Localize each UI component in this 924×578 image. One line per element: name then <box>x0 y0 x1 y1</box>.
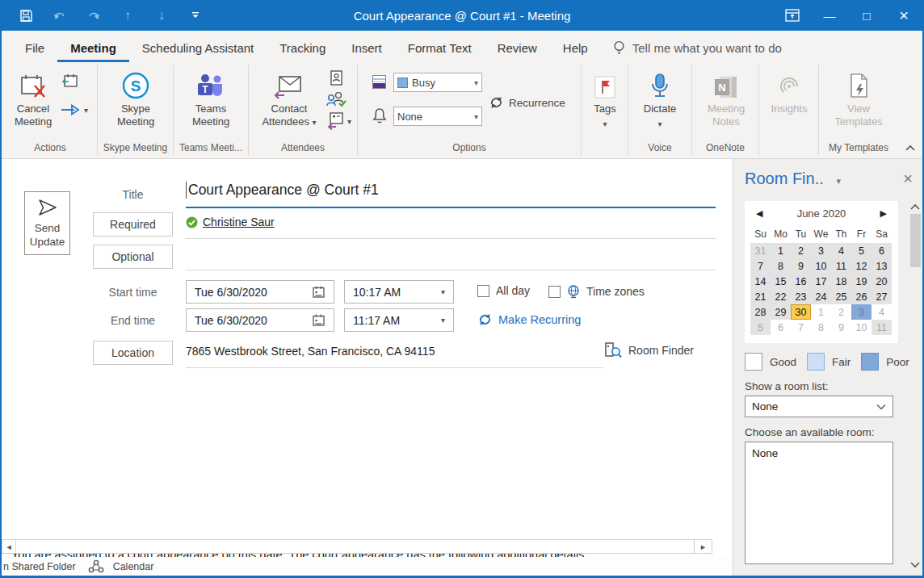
calendar-day[interactable]: 17 <box>811 274 831 289</box>
end-time-dropdown-icon[interactable]: ▾ <box>441 316 445 325</box>
calendar-day[interactable]: 19 <box>851 274 872 289</box>
scroll-right-button[interactable]: ▸ <box>694 539 712 554</box>
calendar-day[interactable]: 18 <box>831 274 851 289</box>
end-date-calendar-icon[interactable] <box>312 313 326 327</box>
tags-button[interactable]: Tags ▾ <box>587 71 623 131</box>
room-finder-button[interactable]: Room Finder <box>604 341 694 359</box>
prev-month-icon[interactable]: ◀ <box>756 208 762 219</box>
move-up-icon[interactable]: ↑ <box>120 7 136 23</box>
calendar-day-selected[interactable]: 30 <box>791 304 811 320</box>
end-time-picker[interactable]: 11:17 AM ▾ <box>344 308 454 332</box>
calendar-day[interactable]: 8 <box>811 320 831 335</box>
tab-scheduling-assistant[interactable]: Scheduling Assistant <box>129 33 267 62</box>
panel-scroll-up-icon[interactable] <box>909 203 921 211</box>
required-button[interactable]: Required <box>93 212 173 237</box>
calendar-day[interactable]: 25 <box>831 289 851 304</box>
calendar-day[interactable]: 23 <box>791 289 811 304</box>
skype-meeting-button[interactable]: S Skype Meeting <box>109 71 162 128</box>
tab-format-text[interactable]: Format Text <box>395 33 485 62</box>
panel-scroll-down-icon[interactable] <box>909 561 921 569</box>
save-icon[interactable] <box>18 7 34 23</box>
available-rooms-list[interactable]: None <box>745 442 893 564</box>
all-day-checkbox[interactable] <box>477 285 489 297</box>
calendar-day[interactable]: 3 <box>851 304 872 320</box>
calendar-day[interactable]: 11 <box>872 320 892 335</box>
time-zones-checkbox[interactable] <box>548 286 561 298</box>
insights-button[interactable]: Insights <box>767 71 811 115</box>
next-month-icon[interactable]: ▶ <box>880 208 887 219</box>
move-down-icon[interactable]: ↓ <box>153 7 170 23</box>
room-finder-dropdown-icon[interactable]: ▾ <box>836 176 841 186</box>
tab-file[interactable]: File <box>12 33 57 62</box>
title-input[interactable]: Court Appearance @ Court #1 <box>186 182 379 199</box>
room-list-select[interactable]: None <box>745 396 893 417</box>
required-attendee[interactable]: Christine Saur <box>186 216 275 228</box>
request-responses-button[interactable] <box>326 90 347 108</box>
undo-icon[interactable] <box>52 7 68 23</box>
calendar-day[interactable]: 6 <box>771 320 791 335</box>
tab-help[interactable]: Help <box>550 33 601 62</box>
calendar-day[interactable]: 29 <box>771 304 791 320</box>
optional-button[interactable]: Optional <box>93 245 173 269</box>
calendar-day[interactable]: 22 <box>771 289 791 304</box>
recurrence-button[interactable]: Recurrence <box>489 95 565 110</box>
attendee-name[interactable]: Christine Saur <box>203 216 275 228</box>
view-templates-button[interactable]: View Templates <box>830 71 887 128</box>
start-date-calendar-icon[interactable] <box>312 285 326 299</box>
calendar-day[interactable]: 13 <box>872 258 892 274</box>
meeting-notes-button[interactable]: N Meeting Notes <box>699 71 753 128</box>
start-time-picker[interactable]: 10:17 AM ▾ <box>344 280 454 304</box>
close-button[interactable]: × <box>885 0 922 31</box>
calendar-day[interactable]: 2 <box>791 243 811 258</box>
calendar-day[interactable]: 6 <box>872 243 892 258</box>
calendar-day[interactable]: 12 <box>851 258 872 274</box>
send-update-button[interactable]: Send Update <box>24 191 70 255</box>
reminder-combo[interactable]: None ▾ <box>393 107 482 126</box>
tab-tracking[interactable]: Tracking <box>267 33 338 62</box>
tab-review[interactable]: Review <box>485 33 550 62</box>
location-input[interactable]: 7865 Westbrook Street, San Francisco, CA… <box>186 345 435 358</box>
forward-button[interactable]: ▾ <box>60 103 88 116</box>
calendar-day[interactable]: 31 <box>750 243 771 258</box>
calendar-day[interactable]: 3 <box>811 243 831 258</box>
calendar-day[interactable]: 26 <box>851 289 872 304</box>
forward-calendar-button[interactable] <box>61 73 79 89</box>
make-recurring-button[interactable]: Make Recurring <box>477 312 581 327</box>
calendar-day[interactable]: 7 <box>750 258 771 274</box>
calendar-day[interactable]: 1 <box>771 243 791 258</box>
dictate-button[interactable]: Dictate ▾ <box>640 71 680 131</box>
location-button[interactable]: Location <box>93 341 173 365</box>
panel-scroll-thumb[interactable] <box>910 214 921 267</box>
calendar-day[interactable]: 9 <box>831 320 851 335</box>
calendar-day[interactable]: 8 <box>771 258 791 274</box>
calendar-day[interactable]: 4 <box>831 243 851 258</box>
calendar-day[interactable]: 14 <box>750 274 771 289</box>
tab-meeting[interactable]: Meeting <box>57 33 129 62</box>
address-book-button[interactable] <box>328 69 344 87</box>
customize-quick-access-icon[interactable] <box>187 7 204 23</box>
scroll-left-icon[interactable]: ◂ <box>2 540 16 553</box>
calendar-day[interactable]: 9 <box>791 258 811 274</box>
show-as-combo[interactable]: Busy ▾ <box>393 73 482 92</box>
calendar-day[interactable]: 20 <box>872 274 892 289</box>
response-options-button[interactable]: ▾ <box>326 111 351 131</box>
horizontal-scrollbar[interactable]: ◂ <box>2 539 712 554</box>
calendar-day[interactable]: 21 <box>750 289 771 304</box>
calendar-day[interactable]: 5 <box>750 320 771 335</box>
teams-meeting-button[interactable]: T Teams Meeting <box>184 71 237 128</box>
room-finder-close-icon[interactable]: × <box>903 170 913 188</box>
start-date-picker[interactable]: Tue 6/30/2020 <box>186 280 334 304</box>
calendar-day[interactable]: 5 <box>851 243 872 258</box>
panel-scrollbar[interactable] <box>909 201 922 571</box>
calendar-day[interactable]: 15 <box>771 274 791 289</box>
calendar-day[interactable]: 4 <box>872 304 892 320</box>
calendar-day[interactable]: 27 <box>872 289 892 304</box>
calendar-day[interactable]: 10 <box>851 320 872 335</box>
calendar-day[interactable]: 7 <box>791 320 811 335</box>
end-date-picker[interactable]: Tue 6/30/2020 <box>186 308 334 332</box>
tab-insert[interactable]: Insert <box>338 33 395 62</box>
ribbon-display-options-icon[interactable] <box>774 0 811 31</box>
available-room-item[interactable]: None <box>752 447 778 459</box>
calendar-day[interactable]: 1 <box>811 304 831 320</box>
collapse-ribbon-button[interactable] <box>905 144 916 152</box>
